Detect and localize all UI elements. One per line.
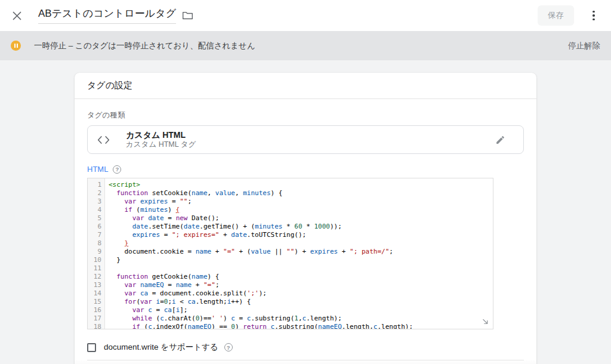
code-line [109,264,493,273]
line-number: 6 [88,223,104,231]
line-number: 2 [88,189,104,198]
next-section-strip [75,360,536,364]
close-icon[interactable] [11,10,23,21]
code-line: if (c.indexOf(nameEQ) == 0) return c.sub… [109,323,493,329]
card-title: タグの設定 [87,80,132,91]
line-number: 9 [88,248,104,256]
topbar: ABテストのコントロールタグ 保存 [0,0,611,31]
line-number: 15 [88,298,104,306]
pause-icon [11,41,21,51]
custom-html-icon [97,136,110,144]
line-number: 5 [88,214,104,223]
code-editor[interactable]: 12345678910111213141516171819 <script> f… [87,178,493,329]
unpause-link[interactable]: 停止解除 [568,41,600,51]
code-line: expires = "; expires=" + date.toUTCStrin… [109,231,493,239]
document-write-option: document.write をサポートする [87,342,524,353]
card-header: タグの設定 [75,73,536,99]
code-line: function getCookie(name) { [109,273,493,281]
resize-handle-icon[interactable] [482,317,489,325]
tag-title-input[interactable]: ABテストのコントロールタグ [38,8,176,24]
code-line: date.setTime(date.getTime() + (minutes *… [109,223,493,231]
edit-pencil-icon[interactable] [495,135,505,145]
tag-type-text: カスタム HTML カスタム HTML タグ [126,130,495,149]
line-number: 16 [88,306,104,314]
line-number: 17 [88,314,104,323]
tag-title-wrap: ABテストのコントロールタグ [38,8,193,24]
tag-settings-card: タグの設定 タグの種類 カスタム HTML カスタム HTML タグ HTML [75,73,536,364]
code-line: document.cookie = name + "=" + (value ||… [109,248,493,256]
code-line: var c = ca[i]; [109,306,493,314]
tag-type-selector[interactable]: カスタム HTML カスタム HTML タグ [87,125,524,154]
content-area: タグの設定 タグの種類 カスタム HTML カスタム HTML タグ HTML [0,60,611,364]
code-line: while (c.charAt(0)==' ') c = c.substring… [109,314,493,323]
folder-icon[interactable] [182,11,193,20]
save-button[interactable]: 保存 [538,5,574,26]
code-line: } [109,239,493,248]
code-line: function setCookie(name, value, minutes)… [109,189,493,198]
code-line: <script> [109,181,493,189]
line-number: 4 [88,206,104,214]
tag-type-label: タグの種類 [87,111,524,120]
line-number: 3 [88,198,104,206]
line-number: 1 [88,181,104,189]
editor-gutter: 12345678910111213141516171819 [88,178,105,329]
code-line: for(var i=0;i < ca.length;i++) { [109,298,493,306]
html-field-row: HTML [87,165,524,174]
code-line: } [109,256,493,264]
line-number: 10 [88,256,104,264]
code-line: var date = new Date(); [109,214,493,223]
tag-type-desc: カスタム HTML タグ [126,140,495,149]
kebab-menu-icon[interactable] [588,9,599,22]
line-number: 7 [88,231,104,239]
card-body: タグの種類 カスタム HTML カスタム HTML タグ HTML 123456… [75,99,536,353]
line-number: 18 [88,323,104,329]
editor-code: <script> function setCookie(name, value,… [105,178,493,329]
line-number: 13 [88,281,104,289]
paused-message: 一時停止 – このタグは一時停止されており、配信されません [34,41,255,51]
line-number: 11 [88,264,104,273]
document-write-checkbox[interactable] [87,343,96,352]
code-line: var expires = ""; [109,198,493,206]
line-number: 14 [88,289,104,298]
html-field-label: HTML [87,165,108,174]
document-write-help-icon[interactable] [224,343,233,351]
html-help-icon[interactable] [113,165,121,174]
code-line: var ca = document.cookie.split(';'); [109,289,493,298]
paused-banner: 一時停止 – このタグは一時停止されており、配信されません 停止解除 [0,31,611,60]
tag-type-name: カスタム HTML [126,130,495,140]
code-line: if (minutes) { [109,206,493,214]
line-number: 8 [88,239,104,248]
line-number: 12 [88,273,104,281]
document-write-label: document.write をサポートする [104,342,218,353]
code-line: var nameEQ = name + "="; [109,281,493,289]
